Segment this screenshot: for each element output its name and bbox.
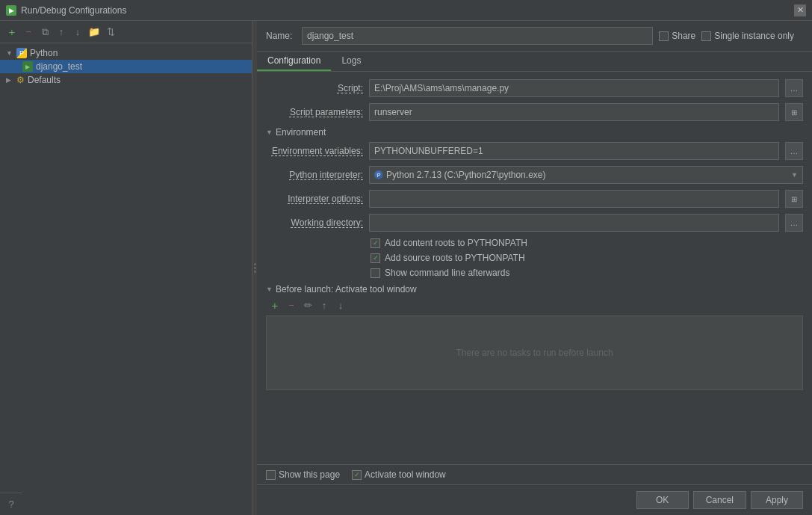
cancel-button[interactable]: Cancel	[693, 491, 746, 509]
show-cmdline-checkbox[interactable]	[371, 268, 380, 278]
add-content-roots-label: Add content roots to PYTHONPATH	[385, 238, 527, 248]
env-vars-edit-button[interactable]: …	[785, 142, 803, 160]
activate-tool-window-checkbox[interactable]: ✓	[352, 470, 362, 480]
show-this-page-label[interactable]: Show this page	[266, 469, 340, 480]
django-icon: ▶	[22, 61, 33, 72]
copy-config-button[interactable]: ⧉	[37, 25, 52, 40]
help-button[interactable]: ?	[0, 493, 22, 515]
interp-options-row: Interpreter options: ⊞	[266, 190, 803, 208]
python-interpreter-row: Python interpreter: P Python 2.7.13 (C:\…	[266, 166, 803, 184]
defaults-arrow: ▶	[6, 76, 13, 84]
add-content-roots-row: ✓ Add content roots to PYTHONPATH	[371, 238, 803, 248]
python-group-icon: P	[16, 48, 27, 58]
remove-config-button[interactable]: −	[21, 25, 36, 40]
script-params-expand-button[interactable]: ⊞	[785, 103, 803, 121]
apply-button[interactable]: Apply	[751, 491, 803, 509]
defaults-label: Defaults	[28, 75, 61, 85]
env-section-label: Environment	[276, 127, 326, 138]
before-launch-label: Before launch: Activate tool window	[276, 284, 417, 294]
launch-remove-button[interactable]: −	[284, 297, 299, 312]
add-source-roots-checkbox[interactable]: ✓	[371, 253, 380, 263]
move-down-button[interactable]: ↓	[70, 25, 85, 40]
interp-options-expand-button[interactable]: ⊞	[785, 190, 803, 208]
env-vars-input[interactable]	[369, 142, 779, 160]
close-button[interactable]: ✕	[794, 4, 806, 16]
environment-section: ▼ Environment	[266, 127, 803, 138]
add-config-button[interactable]: +	[4, 25, 19, 40]
working-dir-browse-button[interactable]: …	[785, 214, 803, 232]
name-row: Name: Share Single instance only	[257, 21, 812, 52]
script-params-row: Script parameters: ⊞	[266, 103, 803, 121]
script-params-label: Script parameters:	[266, 107, 363, 117]
title-icon: ▶	[6, 5, 16, 16]
show-this-page-text: Show this page	[279, 469, 340, 480]
django-test-label: django_test	[36, 61, 82, 72]
left-toolbar: + − ⧉ ↑ ↓ 📁 ⇅	[0, 21, 252, 43]
script-row: Script: …	[266, 79, 803, 97]
python-interpreter-select[interactable]: P Python 2.7.13 (C:\Python27\python.exe)…	[369, 166, 803, 184]
tree-expand-arrow: ▼	[6, 49, 13, 57]
env-vars-row: Environment variables: …	[266, 142, 803, 160]
script-label: Script:	[266, 83, 363, 93]
launch-down-button[interactable]: ↓	[333, 297, 348, 312]
launch-empty-area: There are no tasks to run before launch	[266, 315, 803, 390]
tree-group-python[interactable]: ▼ P Python	[0, 46, 252, 60]
launch-empty-text: There are no tasks to run before launch	[456, 348, 613, 358]
activate-tool-window-label[interactable]: ✓ Activate tool window	[352, 469, 446, 480]
interp-options-label: Interpreter options:	[266, 194, 363, 204]
single-instance-checkbox-label[interactable]: Single instance only	[701, 31, 794, 41]
before-launch-section: ▼ Before launch: Activate tool window + …	[266, 284, 803, 390]
before-launch-header: ▼ Before launch: Activate tool window	[266, 284, 803, 294]
ok-button[interactable]: OK	[636, 491, 689, 509]
share-row: Share Single instance only	[659, 31, 803, 41]
single-instance-label: Single instance only	[714, 31, 794, 41]
activate-tool-window-text: Activate tool window	[365, 469, 446, 480]
share-checkbox[interactable]	[659, 31, 669, 41]
interpreter-dropdown-arrow: ▼	[791, 171, 798, 179]
show-cmdline-row: Show command line afterwards	[371, 268, 803, 278]
defaults-icon: ⚙	[16, 75, 25, 85]
add-source-roots-label: Add source roots to PYTHONPATH	[385, 253, 525, 263]
script-browse-button[interactable]: …	[785, 79, 803, 97]
launch-up-button[interactable]: ↑	[317, 297, 332, 312]
share-checkbox-label[interactable]: Share	[659, 31, 695, 41]
sort-button[interactable]: ⇅	[103, 25, 118, 40]
show-this-page-checkbox[interactable]	[266, 470, 276, 480]
name-input[interactable]	[302, 27, 653, 45]
script-input[interactable]	[369, 79, 779, 97]
tree-item-defaults[interactable]: ▶ ⚙ Defaults	[0, 73, 252, 87]
working-dir-label: Working directory:	[266, 218, 363, 228]
name-label: Name:	[266, 31, 296, 41]
config-tree: ▼ P Python ▶ django_test ▶ ⚙ Defaults	[0, 43, 252, 493]
script-params-input[interactable]	[369, 103, 779, 121]
python-interp-label: Python interpreter:	[266, 170, 363, 180]
python-group-label: Python	[30, 48, 58, 58]
interp-options-input[interactable]	[369, 190, 779, 208]
tree-item-django-test[interactable]: ▶ django_test	[0, 60, 252, 73]
tab-logs[interactable]: Logs	[331, 52, 371, 71]
working-dir-row: Working directory: …	[266, 214, 803, 232]
launch-add-button[interactable]: +	[267, 297, 282, 312]
env-section-arrow[interactable]: ▼	[266, 129, 273, 136]
title-bar: ▶ Run/Debug Configurations ✕	[0, 0, 812, 21]
add-source-roots-row: ✓ Add source roots to PYTHONPATH	[371, 253, 803, 263]
right-panel: Name: Share Single instance only Configu…	[257, 21, 812, 515]
folder-button[interactable]: 📁	[87, 25, 102, 40]
config-area: Script: … Script parameters: ⊞ ▼ Environ…	[257, 72, 812, 464]
single-instance-checkbox[interactable]	[701, 31, 711, 41]
launch-toolbar: + − ✏ ↑ ↓	[267, 297, 803, 312]
share-label: Share	[672, 31, 695, 41]
tab-configuration[interactable]: Configuration	[257, 52, 331, 71]
tabs-row: Configuration Logs	[257, 52, 812, 72]
add-content-roots-checkbox[interactable]: ✓	[371, 238, 380, 248]
before-launch-arrow[interactable]: ▼	[266, 286, 273, 293]
python-interp-value: Python 2.7.13 (C:\Python27\python.exe)	[386, 170, 545, 180]
move-up-button[interactable]: ↑	[54, 25, 69, 40]
show-cmdline-label: Show command line afterwards	[385, 268, 509, 278]
left-panel: + − ⧉ ↑ ↓ 📁 ⇅ ▼ P Python ▶ django_test ▶	[0, 21, 252, 515]
env-vars-label: Environment variables:	[266, 146, 363, 156]
action-buttons: OK Cancel Apply	[257, 484, 812, 515]
launch-edit-button[interactable]: ✏	[300, 297, 315, 312]
working-dir-input[interactable]	[369, 214, 779, 232]
title-text: Run/Debug Configurations	[21, 5, 126, 16]
